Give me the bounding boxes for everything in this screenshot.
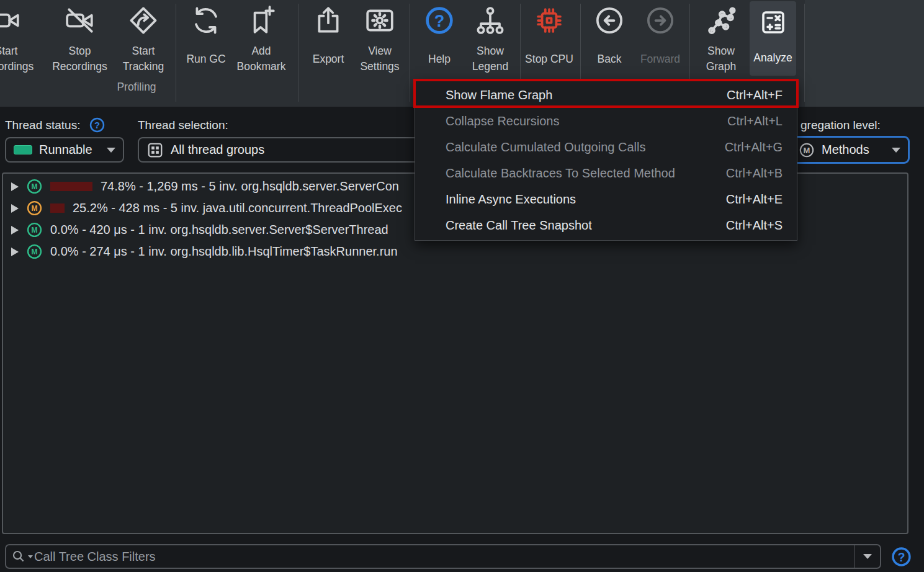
runnable-color-swatch	[14, 145, 32, 154]
thread-status-value: Runnable	[39, 143, 92, 157]
menu-item-collapse-recursions[interactable]: Collapse Recursions Ctrl+Alt+L	[415, 108, 797, 134]
filter-input[interactable]	[34, 545, 854, 568]
ribbon-empty-area	[805, 0, 924, 107]
stop-cpu-button[interactable]: Stop CPU	[523, 0, 576, 79]
filter-help-icon[interactable]: ?	[890, 546, 912, 568]
show-graph-icon	[706, 0, 737, 38]
svg-text:M: M	[804, 145, 810, 154]
stop-recordings-button[interactable]: Stop Recordings	[48, 0, 111, 79]
expand-arrow-icon[interactable]	[11, 248, 19, 256]
forward-icon	[645, 0, 676, 38]
aggregation-level-label: gregation level:	[801, 118, 881, 132]
search-icon[interactable]	[6, 548, 34, 565]
svg-text:M: M	[32, 226, 38, 235]
call-tree-filter-field[interactable]	[5, 544, 881, 569]
menu-item-inline-async-executions[interactable]: Inline Async Executions Ctrl+Alt+E	[415, 186, 797, 212]
help-button[interactable]: ? Help	[413, 0, 465, 79]
toolbar-separator	[410, 4, 410, 102]
call-tree-node-text: 25.2% - 428 ms - 5 inv. java.util.concur…	[73, 201, 402, 215]
view-settings-button[interactable]: View Settings	[352, 0, 407, 79]
method-icon-green: M	[27, 179, 42, 194]
svg-text:M: M	[32, 204, 38, 213]
shortcut-label: Ctrl+Alt+F	[727, 88, 783, 102]
svg-text:?: ?	[897, 550, 905, 564]
call-tree-context-menu: Show Flame Graph Ctrl+Alt+F Collapse Rec…	[415, 80, 797, 241]
shortcut-label: Ctrl+Alt+L	[727, 114, 783, 128]
thread-status-help-icon[interactable]: ?	[89, 117, 105, 133]
shortcut-label: Ctrl+Alt+E	[726, 192, 783, 207]
chevron-down-icon	[892, 148, 900, 153]
start-recordings-button[interactable]: Start Recordings	[0, 0, 37, 79]
thread-selection-value: All thread groups	[171, 143, 264, 157]
thread-status-dropdown[interactable]: Runnable	[5, 137, 124, 163]
call-tree-node-text: 0.0% - 274 μs - 1 inv. org.hsqldb.lib.Hs…	[50, 244, 398, 259]
back-button[interactable]: Back	[583, 0, 635, 79]
methods-icon: M	[799, 142, 815, 158]
percent-bar	[50, 182, 92, 191]
thread-selection-dropdown[interactable]: All thread groups	[138, 137, 436, 163]
filter-history-dropdown-button[interactable]	[854, 545, 880, 568]
toolbar-separator	[298, 4, 298, 102]
shortcut-label: Ctrl+Alt+B	[726, 166, 783, 181]
chevron-down-icon	[863, 554, 872, 559]
analyze-icon	[758, 1, 788, 40]
start-tracking-button[interactable]: Start Tracking	[112, 0, 174, 79]
add-bookmark-icon	[246, 0, 277, 38]
forward-button[interactable]: Forward	[634, 0, 686, 79]
show-legend-button[interactable]: Show Legend	[464, 0, 516, 79]
menu-item-create-call-tree-snapshot[interactable]: Create Call Tree Snapshot Ctrl+Alt+S	[415, 212, 797, 238]
svg-text:?: ?	[94, 120, 100, 130]
show-graph-button[interactable]: Show Graph	[694, 0, 748, 79]
thread-status-label: Thread status:	[5, 118, 80, 132]
svg-text:?: ?	[434, 11, 445, 30]
shortcut-label: Ctrl+Alt+G	[725, 140, 783, 154]
menu-item-show-flame-graph[interactable]: Show Flame Graph Ctrl+Alt+F	[415, 82, 797, 108]
thread-groups-icon	[146, 141, 164, 159]
toolbar-separator	[176, 4, 176, 102]
view-settings-icon	[364, 0, 395, 38]
export-button[interactable]: Export	[302, 0, 355, 79]
svg-text:M: M	[32, 182, 38, 191]
start-recordings-icon	[0, 0, 22, 38]
toolbar-group-label: Profiling	[99, 81, 174, 94]
search-options-caret-icon	[28, 555, 33, 558]
chevron-down-icon	[107, 148, 115, 153]
expand-arrow-icon[interactable]	[11, 204, 19, 213]
expand-arrow-icon[interactable]	[11, 226, 19, 235]
run-gc-icon	[191, 0, 222, 38]
aggregation-level-value: Methods	[822, 143, 869, 157]
call-tree-node-text: 74.8% - 1,269 ms - 5 inv. org.hsqldb.ser…	[101, 179, 399, 194]
expand-arrow-icon[interactable]	[11, 182, 19, 191]
thread-selection-label: Thread selection:	[138, 118, 228, 132]
help-icon: ?	[424, 0, 455, 38]
method-icon-orange: M	[27, 200, 42, 216]
menu-item-calculate-cumulated-outgoing-calls[interactable]: Calculate Cumulated Outgoing Calls Ctrl+…	[415, 134, 797, 160]
call-tree-node-text: 0.0% - 420 μs - 1 inv. org.hsqldb.server…	[50, 223, 388, 237]
percent-bar	[50, 203, 65, 213]
method-icon-green: M	[27, 222, 42, 238]
menu-item-calculate-backtraces[interactable]: Calculate Backtraces To Selected Method …	[415, 160, 797, 186]
back-icon	[594, 0, 625, 38]
stop-cpu-icon	[534, 0, 565, 38]
shortcut-label: Ctrl+Alt+S	[726, 218, 783, 233]
analyze-button[interactable]: Analyze	[750, 1, 796, 76]
add-bookmark-button[interactable]: Add Bookmark	[230, 0, 292, 79]
show-legend-icon	[475, 0, 506, 38]
call-tree-row[interactable]: M 0.0% - 274 μs - 1 inv. org.hsqldb.lib.…	[3, 241, 907, 262]
aggregation-level-dropdown[interactable]: M Methods	[789, 136, 910, 164]
profiler-window: Start Recordings Stop Recordings Start T…	[0, 0, 924, 572]
svg-text:M: M	[32, 248, 38, 256]
method-icon-green: M	[27, 244, 42, 259]
start-tracking-icon	[128, 0, 159, 38]
toolbar-separator	[804, 4, 805, 102]
run-gc-button[interactable]: Run GC	[178, 0, 234, 79]
export-icon	[313, 0, 344, 38]
stop-recordings-icon	[65, 0, 96, 38]
